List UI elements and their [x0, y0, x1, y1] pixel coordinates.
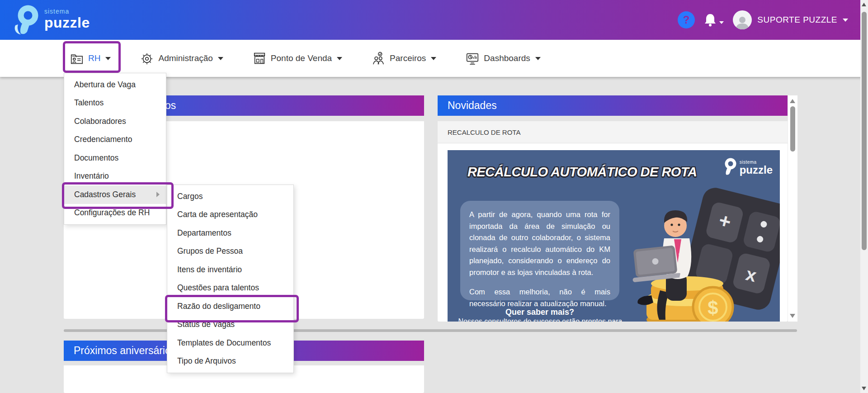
submenu-item-cargos[interactable]: Cargos — [167, 187, 293, 206]
app-window: sistema puzzle ? SUPORTE — [0, 0, 868, 393]
submenu-arrow-icon — [156, 192, 160, 197]
promo-image: RECÁLCULO AUTOMÁTICO DE ROTA sistema puz… — [448, 150, 780, 322]
user-caret-icon — [843, 19, 848, 22]
nav-item-rh[interactable]: RH — [70, 51, 111, 66]
news-panel-scrollbar[interactable] — [788, 95, 797, 322]
submenu-item-questoes-para-talentos[interactable]: Questões para talentos — [167, 279, 293, 298]
nav-label-parceiros: Parceiros — [390, 53, 426, 63]
avatar — [733, 10, 752, 29]
menu-item-colaboradores[interactable]: Colaboradores — [64, 112, 166, 131]
rh-folder-icon — [70, 51, 84, 66]
nav-item-parceiros[interactable]: Parceiros — [371, 51, 436, 66]
submenu-item-status-de-vagas[interactable]: Status de Vagas — [167, 316, 293, 334]
rh-dropdown-menu: Abertura de Vaga Talentos Colaboradores … — [64, 73, 166, 225]
panel-title-proximos-aniversarios: Próximos aniversários — [74, 345, 176, 357]
bell-caret-icon — [719, 21, 724, 24]
bell-icon — [704, 13, 717, 27]
menu-item-inventario[interactable]: Inventário — [64, 167, 166, 186]
user-name-label: SUPORTE PUZZLE — [757, 15, 837, 25]
help-glyph: ? — [683, 14, 690, 26]
submenu-item-razao-do-desligamento[interactable]: Razão do desligamento — [167, 297, 293, 316]
window-scrollbar[interactable] — [860, 0, 868, 393]
submenu-item-tipo-de-arquivos[interactable]: Tipo de Arquivos — [167, 352, 293, 371]
main-navbar: RH Administração — [0, 40, 868, 77]
nav-label-dashboards: Dashboards — [484, 53, 530, 63]
nav-caret-dashboards-icon — [535, 57, 541, 60]
nav-caret-administracao-icon — [218, 57, 223, 60]
nav-label-rh: RH — [88, 53, 100, 63]
panel-title-novidades: Novidades — [448, 99, 497, 112]
promo-brand-puzzle: puzzle — [740, 165, 773, 175]
svg-text:$: $ — [708, 297, 718, 318]
cadastros-gerais-submenu: Cargos Carta de apresentação Departament… — [167, 185, 294, 373]
promo-cta-title: Quer saber mais? — [460, 308, 619, 317]
submenu-item-templates-de-documentos[interactable]: Templates de Documentos — [167, 334, 293, 352]
window-scroll-thumb[interactable] — [862, 12, 867, 250]
promo-illustration: + x $ — [617, 175, 780, 322]
menu-item-configuracoes-de-rh[interactable]: Configurações de RH — [64, 204, 166, 223]
panel-body-novidades: RECALCULO DE ROTA RECÁLCULO AUTOMÁTICO D… — [438, 121, 788, 322]
news-accordion-recalculo[interactable]: RECALCULO DE ROTA — [438, 121, 788, 143]
promo-puzzle-logo-icon — [722, 157, 737, 176]
nav-caret-parceiros-icon — [431, 57, 436, 60]
promo-brand-logo: sistema puzzle — [722, 157, 773, 176]
submenu-item-grupos-de-pessoa[interactable]: Grupos de Pessoa — [167, 242, 293, 261]
menu-item-cadastros-gerais[interactable]: Cadastros Gerais — [64, 185, 166, 204]
nav-item-administracao[interactable]: Administração — [140, 51, 223, 66]
promo-text-box: A partir de agora, quando uma rota for i… — [460, 201, 619, 300]
news-scroll-up-icon[interactable] — [790, 99, 795, 103]
nav-caret-rh-icon — [105, 57, 111, 60]
menu-item-cadastros-gerais-label: Cadastros Gerais — [74, 190, 136, 199]
menu-item-documentos[interactable]: Documentos — [64, 149, 166, 167]
news-accordion-title: RECALCULO DE ROTA — [448, 128, 520, 136]
menu-item-talentos[interactable]: Talentos — [64, 94, 166, 113]
submenu-item-itens-de-inventario[interactable]: Itens de inventário — [167, 260, 293, 279]
panel-header-novidades: Novidades — [438, 95, 788, 116]
partners-people-icon — [371, 51, 386, 66]
help-icon[interactable]: ? — [678, 11, 695, 28]
top-header-bar: sistema puzzle ? SUPORTE — [0, 0, 868, 40]
brand-puzzle-label: puzzle — [44, 15, 90, 30]
promo-paragraph-1: A partir de agora, quando uma rota for i… — [469, 209, 610, 278]
promo-cta-text: Nossos consultores de sucesso estão pron… — [452, 317, 628, 322]
dashboard-monitor-icon — [465, 51, 480, 66]
puzzle-logo-icon — [12, 4, 40, 36]
submenu-item-departamentos[interactable]: Departamentos — [167, 224, 293, 242]
submenu-item-carta-de-apresentacao[interactable]: Carta de apresentação — [167, 206, 293, 224]
window-scroll-up-icon[interactable] — [862, 3, 866, 6]
nav-label-ponto-de-venda: Ponto de Venda — [271, 53, 332, 63]
nav-caret-ponto-de-venda-icon — [337, 57, 342, 60]
nav-item-dashboards[interactable]: Dashboards — [465, 51, 540, 66]
menu-item-abertura-de-vaga[interactable]: Abertura de Vaga — [64, 76, 166, 94]
brand-logo[interactable]: sistema puzzle — [12, 4, 90, 36]
notifications-button[interactable] — [704, 13, 724, 27]
promo-paragraph-2: Com essa melhoria, não é mais necessário… — [469, 286, 610, 309]
user-menu-button[interactable]: SUPORTE PUZZLE — [733, 10, 848, 29]
menu-item-credenciamento[interactable]: Credenciamento — [64, 131, 166, 149]
brand-sistema-label: sistema — [44, 8, 90, 14]
window-scroll-down-icon[interactable] — [862, 387, 866, 390]
gear-icon — [140, 51, 154, 66]
news-scroll-down-icon[interactable] — [790, 314, 795, 318]
nav-label-administracao: Administração — [158, 53, 212, 63]
nav-item-ponto-de-venda[interactable]: Ponto de Venda — [252, 51, 342, 66]
storefront-icon — [252, 51, 267, 66]
news-scroll-thumb[interactable] — [790, 106, 795, 152]
